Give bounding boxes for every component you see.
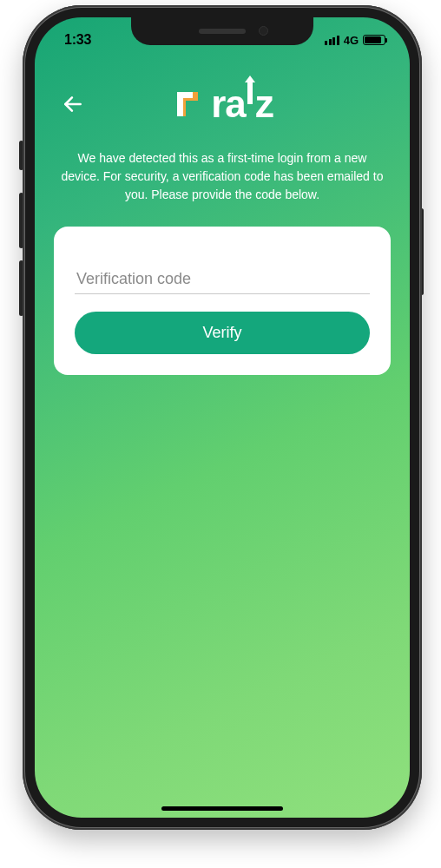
verification-card: Verify bbox=[54, 227, 391, 375]
home-indicator[interactable] bbox=[161, 806, 283, 811]
app-header: raz bbox=[54, 78, 391, 130]
network-label: 4G bbox=[344, 34, 359, 47]
phone-frame: 1:33 4G bbox=[23, 5, 422, 830]
verification-code-input[interactable] bbox=[75, 265, 370, 294]
verification-message: We have detected this as a first-time lo… bbox=[59, 149, 385, 204]
phone-notch bbox=[131, 17, 313, 45]
status-time: 1:33 bbox=[64, 25, 91, 48]
arrow-left-icon bbox=[62, 93, 84, 115]
cellular-signal-icon bbox=[325, 36, 339, 45]
verify-button[interactable]: Verify bbox=[75, 312, 370, 354]
brand-logo-icon bbox=[171, 87, 206, 122]
app-screen: 1:33 4G bbox=[35, 17, 410, 818]
back-button[interactable] bbox=[54, 85, 92, 123]
brand-logo-text: raz bbox=[211, 85, 273, 123]
brand-logo: raz bbox=[171, 85, 273, 123]
battery-icon bbox=[363, 35, 385, 45]
